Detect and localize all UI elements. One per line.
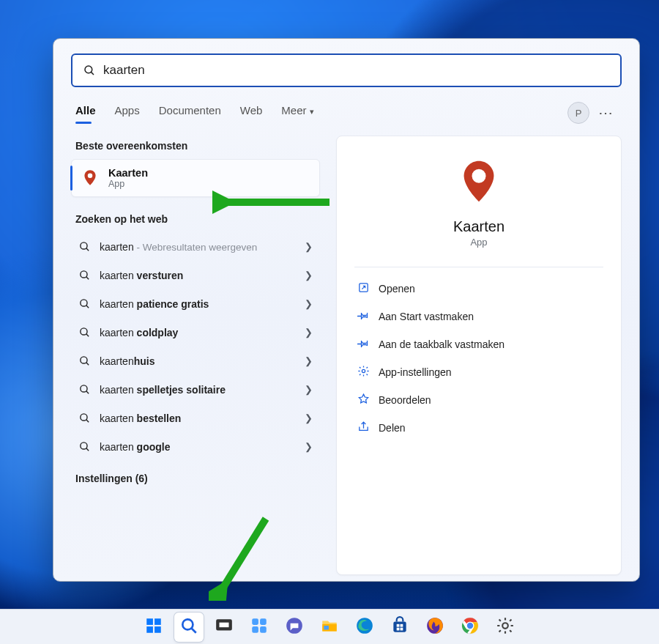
search-icon — [179, 616, 198, 638]
taskbar-explorer-button[interactable] — [315, 612, 344, 642]
maps-app-icon-large — [453, 157, 505, 208]
widgets-icon — [250, 616, 269, 638]
taskbar-search-button[interactable] — [174, 612, 204, 642]
settings-results-heading[interactable]: Instellingen (6) — [75, 473, 320, 484]
web-result-text: kaarten patience gratis — [100, 298, 296, 310]
action-label: Delen — [379, 422, 406, 434]
svg-line-6 — [86, 277, 89, 279]
chevron-right-icon: ❯ — [305, 384, 313, 395]
more-options-button[interactable]: ⋯ — [594, 104, 617, 122]
svg-point-50 — [502, 623, 508, 629]
tab-meer[interactable]: Meer▾ — [281, 104, 313, 122]
tab-apps[interactable]: Apps — [115, 104, 140, 122]
search-box[interactable] — [71, 53, 622, 87]
web-search-heading: Zoeken op het web — [75, 213, 320, 225]
taskbar-edge-button[interactable] — [350, 612, 379, 642]
svg-rect-34 — [252, 626, 258, 633]
web-result-text: kaarten versturen — [100, 270, 296, 281]
svg-rect-40 — [393, 621, 406, 632]
chevron-right-icon: ❯ — [305, 270, 313, 281]
taskbar-start-button[interactable] — [139, 612, 168, 642]
pin-icon — [357, 309, 370, 324]
svg-point-2 — [88, 174, 93, 179]
svg-rect-44 — [401, 627, 403, 630]
taskbar-chrome-button[interactable] — [455, 612, 485, 642]
settings-icon — [496, 616, 515, 638]
chevron-right-icon: ❯ — [305, 241, 313, 252]
web-result-item[interactable]: kaarten google❯ — [71, 432, 320, 461]
taskbar-widgets-button[interactable] — [245, 612, 274, 642]
web-result-text: kaarten - Webresultaten weergeven — [100, 241, 296, 253]
store-icon — [390, 616, 409, 638]
edge-icon — [355, 616, 374, 638]
search-panel: Alle Apps Documenten Web Meer▾ P ⋯ Beste… — [53, 38, 640, 582]
web-result-item[interactable]: kaarten versturen❯ — [71, 261, 320, 289]
best-match-subtitle: App — [108, 179, 148, 189]
taskbar-taskview-button[interactable] — [209, 612, 239, 642]
explorer-icon — [320, 616, 339, 638]
svg-point-17 — [81, 443, 87, 449]
web-result-item[interactable]: kaarten - Webresultaten weergeven❯ — [71, 232, 320, 261]
taskbar-firefox-button[interactable] — [420, 612, 450, 642]
svg-point-13 — [81, 385, 87, 392]
svg-rect-26 — [146, 626, 153, 633]
web-result-item[interactable]: kaartenhuis❯ — [71, 347, 320, 375]
web-result-item[interactable]: kaarten bestellen❯ — [71, 404, 320, 432]
chevron-right-icon: ❯ — [305, 327, 313, 338]
chevron-down-icon: ▾ — [310, 107, 314, 116]
svg-line-4 — [86, 248, 89, 251]
svg-line-10 — [86, 334, 89, 336]
action-label: Aan Start vastmaken — [379, 311, 474, 322]
best-match-result[interactable]: Kaarten App — [71, 159, 320, 197]
svg-line-29 — [191, 628, 196, 632]
svg-rect-25 — [154, 618, 161, 625]
action-label: App-instellingen — [379, 366, 452, 378]
tab-alle[interactable]: Alle — [75, 104, 96, 122]
tab-documenten[interactable]: Documenten — [159, 104, 221, 122]
svg-point-15 — [81, 414, 87, 421]
svg-rect-38 — [324, 626, 329, 629]
chrome-icon — [461, 616, 480, 638]
action-aan-de-taakbalk-vastmaken[interactable]: Aan de taakbalk vastmaken — [354, 330, 603, 358]
svg-point-7 — [81, 300, 87, 306]
svg-point-28 — [182, 619, 193, 629]
svg-point-9 — [81, 328, 87, 335]
action-beoordelen[interactable]: Beoordelen — [354, 386, 603, 414]
svg-rect-43 — [397, 627, 400, 630]
svg-point-11 — [81, 357, 87, 363]
detail-title: Kaarten — [453, 218, 505, 235]
tab-web[interactable]: Web — [240, 104, 263, 122]
taskbar-store-button[interactable] — [385, 612, 414, 642]
taskview-icon — [215, 616, 234, 638]
divider — [354, 267, 603, 267]
web-result-item[interactable]: kaarten spelletjes solitaire❯ — [71, 375, 320, 404]
action-label: Openen — [379, 283, 415, 295]
web-results-list: kaarten - Webresultaten weergeven❯kaarte… — [71, 232, 320, 461]
svg-rect-31 — [218, 621, 229, 628]
taskbar-chat-button[interactable] — [280, 612, 309, 642]
search-input[interactable] — [103, 63, 610, 78]
best-match-heading: Beste overeenkomsten — [75, 140, 320, 152]
chevron-right-icon: ❯ — [305, 412, 313, 423]
svg-point-0 — [85, 66, 92, 73]
chevron-right-icon: ❯ — [305, 355, 313, 366]
action-app-instellingen[interactable]: App-instellingen — [354, 358, 603, 386]
web-result-item[interactable]: kaarten coldplay❯ — [71, 318, 320, 347]
pin-icon — [357, 337, 370, 352]
search-icon — [83, 64, 96, 77]
taskbar-settings-button[interactable] — [491, 612, 520, 642]
action-aan-start-vastmaken[interactable]: Aan Start vastmaken — [354, 303, 603, 330]
svg-point-21 — [362, 369, 365, 372]
action-delen[interactable]: Delen — [354, 414, 603, 442]
tabs: Alle Apps Documenten Web Meer▾ — [75, 104, 567, 122]
user-avatar[interactable]: P — [567, 102, 589, 124]
action-openen[interactable]: Openen — [354, 275, 603, 303]
firefox-icon — [425, 616, 444, 638]
web-result-text: kaartenhuis — [100, 355, 296, 367]
svg-line-1 — [91, 72, 94, 75]
best-match-title: Kaarten — [108, 167, 148, 179]
svg-rect-24 — [146, 618, 153, 625]
web-result-item[interactable]: kaarten patience gratis❯ — [71, 289, 320, 318]
svg-line-14 — [86, 391, 89, 393]
svg-rect-41 — [397, 623, 400, 626]
